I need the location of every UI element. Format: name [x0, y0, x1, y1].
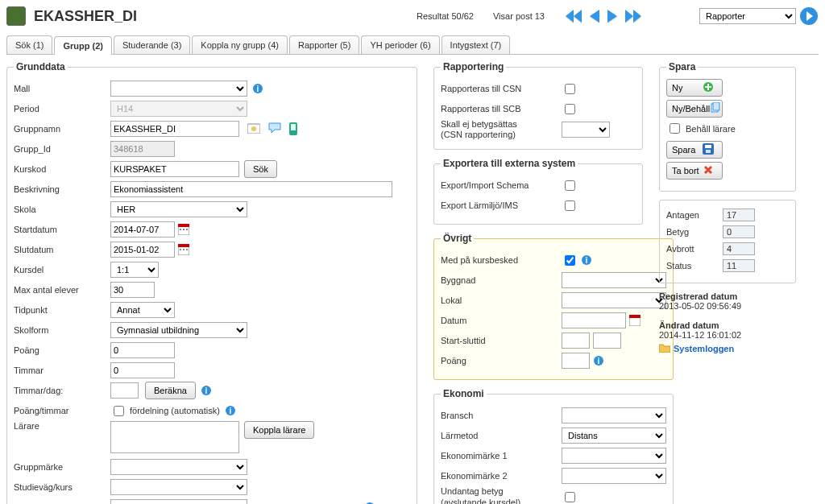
larmetod-label: Lärmetod — [441, 431, 562, 440]
kursdel-label: Kursdel — [14, 265, 110, 275]
schema-checkbox[interactable] — [565, 180, 575, 191]
tidpunkt-select[interactable]: Annat — [110, 302, 175, 318]
info-icon[interactable]: i — [252, 83, 263, 94]
tab-sok[interactable]: Sök (1) — [6, 35, 52, 54]
kursbesked-checkbox[interactable] — [565, 255, 575, 266]
mall-label: Mall — [14, 84, 110, 93]
gruppmarke-select[interactable] — [110, 459, 247, 475]
system-log-label: Systemloggen — [674, 344, 734, 353]
sluttid-input[interactable] — [593, 333, 621, 349]
spara-section: Spara Ny Ny/Behåll Behåll lärare Spara T… — [659, 61, 796, 192]
ekomarke1-select[interactable] — [562, 448, 666, 464]
svg-rect-14 — [180, 249, 181, 250]
tab-koppla-ny-grupp[interactable]: Koppla ny grupp (4) — [192, 35, 288, 54]
gruppmarke-label: Gruppmärke — [14, 462, 110, 472]
sok-kurskod-button[interactable]: Sök — [244, 160, 277, 178]
larmiljo-checkbox[interactable] — [565, 200, 575, 211]
undantag-checkbox[interactable] — [565, 492, 575, 502]
beskrivning-input[interactable] — [110, 181, 392, 197]
startdatum-input[interactable] — [110, 221, 175, 238]
calendar-icon[interactable] — [629, 315, 641, 326]
first-page-icon[interactable] — [564, 8, 585, 24]
mall-select[interactable] — [110, 81, 247, 97]
scb-label: Rapporteras till SCB — [441, 104, 562, 114]
reports-select[interactable]: Rapporter — [699, 8, 796, 24]
tab-yh-perioder[interactable]: YH perioder (6) — [361, 35, 439, 54]
behall-larare-label: Behåll lärare — [686, 124, 736, 134]
svg-rect-26 — [629, 315, 641, 318]
next-page-icon[interactable] — [604, 8, 620, 24]
ekomarke2-select[interactable] — [562, 468, 666, 484]
ekonomi-section: Ekonomi Bransch Lärmetod Distans Ekonomi… — [433, 388, 674, 504]
koppla-larare-button[interactable]: Koppla lärare — [244, 421, 314, 439]
calendar-icon[interactable] — [178, 244, 189, 255]
byggnad-select[interactable] — [562, 272, 666, 288]
ny-button-label: Ny — [672, 83, 682, 93]
registered-label: Registrerad datum — [659, 291, 737, 301]
svg-text:i: i — [230, 407, 232, 415]
kursdel-select[interactable]: 1:1 — [110, 262, 159, 278]
studievag-select[interactable] — [110, 479, 247, 495]
info-icon[interactable]: i — [225, 405, 236, 416]
larmetod-select[interactable]: Distans — [562, 428, 666, 444]
bransch-label: Bransch — [441, 411, 562, 420]
go-arrow-icon[interactable] — [799, 6, 819, 26]
skola-select[interactable]: HER — [110, 201, 247, 217]
timmar-input[interactable] — [110, 362, 175, 378]
tab-grupp[interactable]: Grupp (2) — [54, 36, 112, 55]
grunddata-legend: Grunddata — [14, 61, 68, 72]
ny-button[interactable]: Ny — [666, 79, 723, 97]
larare-label: Lärare — [14, 421, 110, 431]
poang-input[interactable] — [110, 342, 175, 358]
slutdatum-input[interactable] — [110, 242, 175, 258]
starttid-input[interactable] — [562, 333, 590, 349]
scb-checkbox[interactable] — [565, 104, 575, 114]
svg-rect-6 — [291, 124, 296, 130]
ny-behall-button[interactable]: Ny/Behåll — [666, 100, 723, 118]
lokal-select[interactable] — [562, 292, 666, 308]
typ-select[interactable]: Kurspaket — [110, 499, 247, 504]
datum-input[interactable] — [562, 312, 626, 328]
svg-rect-31 — [713, 102, 719, 110]
info-icon[interactable]: i — [581, 254, 592, 266]
byggnad-label: Byggnad — [441, 275, 562, 285]
phone-icon[interactable] — [289, 122, 302, 135]
csn-checkbox[interactable] — [565, 84, 575, 94]
timmar-dag-input[interactable] — [110, 382, 139, 399]
svg-text:i: i — [598, 357, 600, 366]
folder-icon — [659, 343, 670, 354]
skall-select[interactable] — [562, 122, 610, 138]
tab-studerande[interactable]: Studerande (3) — [114, 35, 190, 54]
spara-button[interactable]: Spara — [666, 141, 723, 159]
rapportering-section: Rapportering Rapporteras till CSN Rappor… — [433, 61, 643, 150]
avbrott-label: Avbrott — [666, 244, 723, 254]
ta-bort-button[interactable]: Ta bort — [666, 162, 723, 180]
tab-bar: Sök (1) Grupp (2) Studerande (3) Koppla … — [6, 35, 819, 55]
speech-bubble-icon[interactable] — [268, 122, 281, 135]
larmiljo-label: Export Lärmiljö/IMS — [441, 200, 562, 210]
svg-rect-13 — [178, 244, 189, 247]
info-icon[interactable]: i — [593, 355, 604, 366]
last-page-icon[interactable] — [622, 8, 643, 24]
prev-page-icon[interactable] — [587, 8, 603, 24]
tab-intygstext[interactable]: Intygstext (7) — [442, 35, 511, 54]
system-log-link[interactable]: Systemloggen — [659, 343, 734, 354]
fordelning-checkbox[interactable] — [114, 406, 124, 416]
poang-timmar-label: Poäng/timmar — [14, 406, 110, 415]
larare-field[interactable] — [110, 421, 239, 453]
fordelning-label: fördelning (automatisk) — [130, 406, 220, 415]
ovrigt-poang-input[interactable] — [562, 353, 590, 369]
kurskod-input[interactable] — [110, 161, 239, 177]
behall-larare-checkbox[interactable] — [670, 123, 680, 134]
svg-rect-9 — [180, 229, 181, 230]
info-icon[interactable]: i — [201, 385, 212, 396]
maxelever-input[interactable] — [110, 282, 155, 298]
gruppid-label: Grupp_Id — [14, 144, 110, 154]
tab-rapporter[interactable]: Rapporter (5) — [289, 35, 359, 54]
gruppnamn-input[interactable] — [110, 121, 239, 137]
bransch-select[interactable] — [562, 407, 666, 423]
berakna-button[interactable]: Beräkna — [145, 382, 196, 399]
skolform-select[interactable]: Gymnasial utbildning — [110, 322, 247, 338]
calendar-icon[interactable] — [178, 224, 189, 235]
photo-icon[interactable] — [247, 122, 260, 135]
